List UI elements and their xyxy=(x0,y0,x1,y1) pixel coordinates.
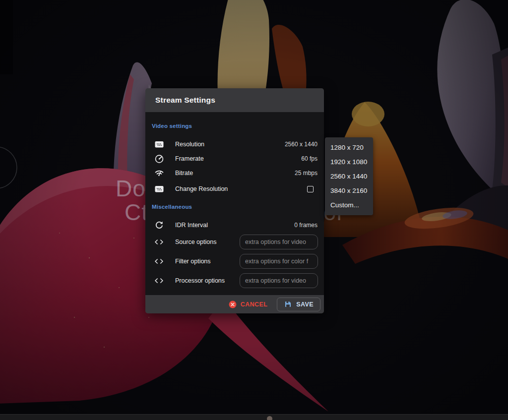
resolution-label: Resolution xyxy=(175,141,204,148)
cancel-button-label: CANCEL xyxy=(241,301,267,308)
network-speed-icon xyxy=(154,168,164,178)
change-resolution-label: Change Resolution xyxy=(175,185,228,192)
source-options-input[interactable] xyxy=(240,235,318,249)
bottom-edge-bar xyxy=(0,414,508,420)
dialog-footer: CANCEL SAVE xyxy=(145,295,324,313)
row-filter-options: Filter options xyxy=(145,251,324,271)
code-icon xyxy=(154,237,164,247)
framerate-label: Framerate xyxy=(175,155,204,162)
save-button[interactable]: SAVE xyxy=(277,298,320,311)
resolution-icon xyxy=(154,184,164,194)
code-icon xyxy=(154,256,164,266)
row-change-resolution[interactable]: Change Resolution xyxy=(145,180,324,198)
row-idr-interval[interactable]: IDR Interval 0 frames xyxy=(145,218,324,232)
dropdown-option-custom[interactable]: Custom... xyxy=(325,198,373,212)
dropdown-option-2560x1440[interactable]: 2560 x 1440 xyxy=(325,169,373,183)
source-options-label: Source options xyxy=(175,239,216,245)
bitrate-label: Bitrate xyxy=(175,170,193,177)
processor-options-input[interactable] xyxy=(240,273,318,288)
cancel-icon xyxy=(228,300,237,309)
cancel-button[interactable]: CANCEL xyxy=(228,300,267,309)
section-label-miscellaneous: Miscellaneous xyxy=(145,202,324,212)
save-icon xyxy=(284,300,292,308)
row-resolution[interactable]: Resolution 2560 x 1440 xyxy=(145,137,324,151)
refresh-icon xyxy=(154,220,164,230)
screen: Dou Ctr or Stream Settings Video setting… xyxy=(0,0,508,420)
bitrate-value: 25 mbps xyxy=(295,170,318,177)
dialog-body: Video settings Resolution 2560 x 1440 xyxy=(145,112,324,295)
idr-interval-value: 0 frames xyxy=(294,222,318,229)
processor-options-label: Processor options xyxy=(175,277,225,284)
dropdown-option-1280x720[interactable]: 1280 x 720 xyxy=(325,140,373,155)
row-framerate[interactable]: Framerate 60 fps xyxy=(145,151,324,166)
dialog-title: Stream Settings xyxy=(145,88,324,112)
stream-settings-dialog: Stream Settings Video settings Resolutio… xyxy=(145,88,324,313)
row-processor-options: Processor options xyxy=(145,271,324,290)
speedometer-icon xyxy=(154,154,164,164)
code-icon xyxy=(154,276,164,286)
save-button-label: SAVE xyxy=(296,301,314,308)
dropdown-option-1920x1080[interactable]: 1920 x 1080 xyxy=(325,155,373,169)
filter-options-label: Filter options xyxy=(175,258,211,265)
framerate-value: 60 fps xyxy=(301,155,318,162)
filter-options-input[interactable] xyxy=(240,254,318,269)
resolution-dropdown-menu: 1280 x 720 1920 x 1080 2560 x 1440 3840 … xyxy=(325,137,373,215)
resolution-icon xyxy=(154,139,164,149)
resolution-value: 2560 x 1440 xyxy=(285,141,318,148)
bottom-handle-dot xyxy=(267,416,272,420)
dropdown-option-3840x2160[interactable]: 3840 x 2160 xyxy=(325,183,373,198)
change-resolution-checkbox[interactable] xyxy=(307,186,314,192)
row-bitrate[interactable]: Bitrate 25 mbps xyxy=(145,166,324,180)
idr-interval-label: IDR Interval xyxy=(175,222,208,229)
section-label-video-settings: Video settings xyxy=(145,121,324,131)
row-source-options: Source options xyxy=(145,232,324,251)
